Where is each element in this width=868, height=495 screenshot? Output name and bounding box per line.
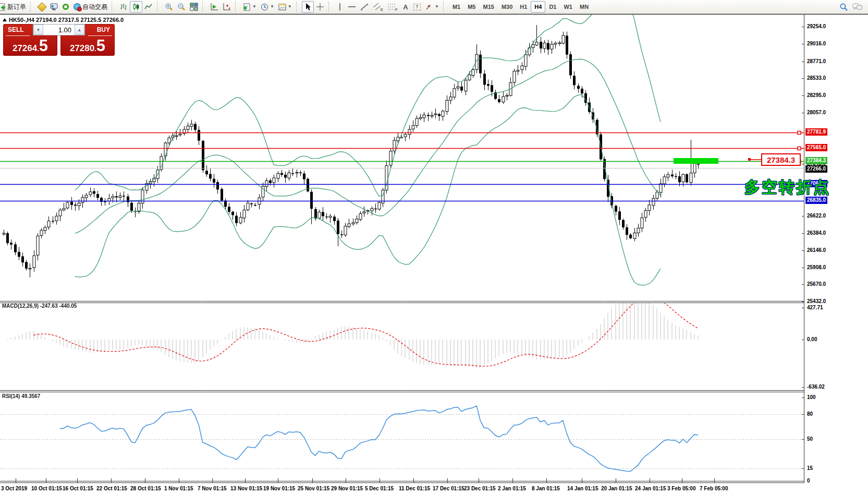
fibonacci-letter: F [395,7,398,12]
volume-increase-button[interactable]: ▲ [75,25,84,35]
time-axis-label: 16 Oct 01:15 [63,486,93,491]
new-order-icon [0,3,6,11]
auto-scroll-button[interactable] [208,1,221,13]
price-axis-tick: 29016.0 [807,41,826,46]
crosshair-icon [316,3,324,11]
macd-axis-tick: 427.71 [807,305,823,310]
horizontal-line-icon [348,4,356,9]
navigator-button[interactable] [60,1,71,13]
timeframe-mn[interactable]: MN [576,1,592,13]
chart-title: HK50-,H4 27194.0 27317.5 27125.5 27266.0 [9,17,124,23]
time-axis-label: 22 Oct 01:15 [96,486,127,491]
buy-price-frac: 5 [96,37,105,55]
sell-price: 27264.5 [3,38,57,54]
text-tool-button[interactable]: A [400,1,411,13]
dropdown-caret: ▼ [288,5,292,9]
price-axis-tick: 26622.0 [807,213,826,219]
rsi-axis-tick: 50 [807,436,813,442]
fibonacci-button[interactable]: F [385,1,400,13]
volume-spinner: ▼ 1.00 ▲ [33,24,85,35]
chat-icon [852,3,863,11]
price-callout-box[interactable]: 27384.3 [761,153,801,166]
text-tool-icon: A [403,3,408,11]
channel-button[interactable]: E [371,1,385,13]
sell-label: SELL [8,26,24,33]
text-label-button[interactable]: T [411,1,423,13]
market-watch-button[interactable] [47,1,60,13]
timeframe-d1[interactable]: D1 [545,1,560,13]
horizontal-line-button[interactable] [346,1,358,13]
vertical-line-button[interactable] [334,1,346,13]
timeframe-m15[interactable]: M15 [479,1,497,13]
timeframe-m5[interactable]: M5 [464,1,479,13]
price-axis-tick: 28057.0 [807,110,826,115]
templates-button[interactable]: ▼ [276,1,294,13]
fibonacci-icon [387,3,396,11]
cursor-button[interactable] [302,1,314,13]
separator [157,2,162,12]
macd-label: MACD(12,26,9) -247.63 -440.05 [2,303,77,309]
chart-canvas[interactable] [0,14,804,483]
time-axis-label: 23 Dec 01:15 [464,486,496,491]
arrows-button[interactable]: ▼ [423,1,441,13]
dropdown-caret: ▼ [252,5,256,9]
time-axis-label: 24 Jan 01:15 [635,486,666,491]
rsi-axis-tick: 0 [807,478,810,484]
line-chart-button[interactable] [142,1,155,13]
one-click-trading-panel: SELL 27264.5 BUY 27280.5 ▼ 1.00 ▲ [3,24,115,56]
crosshair-button[interactable] [314,1,326,13]
timeframe-h4[interactable]: H4 [531,1,545,13]
macd-axis-tick: 0.00 [807,336,817,342]
time-axis-label: 3 Feb 05:00 [667,486,695,491]
chart-shift-icon [223,3,231,11]
chat-button[interactable] [850,1,865,13]
separator [202,2,207,12]
periods-button[interactable]: ▼ [259,1,276,13]
new-order-button[interactable]: 新订单 [0,1,28,13]
time-axis-label: 2 Jan 01:15 [498,486,526,491]
timeframe-m1[interactable]: M1 [449,1,464,13]
price-axis-tick: 25908.0 [807,264,826,270]
channel-letter: E [381,7,383,12]
rsi-axis-tick: 100 [807,394,816,400]
bar-chart-button[interactable] [117,1,130,13]
sell-price-main: 27264 [13,43,37,53]
indicators-button[interactable]: ▼ [241,1,259,13]
turning-point-annotation[interactable]: 多空转折点 [744,177,830,198]
separator [30,2,35,12]
line-chart-icon [144,3,153,11]
dropdown-caret: ▼ [435,5,439,9]
autotrading-icon [74,3,81,10]
separator [296,2,301,12]
chart-title-row: HK50-,H4 27194.0 27317.5 27125.5 27266.0 [3,17,124,23]
search-button[interactable] [837,1,850,13]
profile-icon [37,2,46,11]
price-axis-tick: 25432.0 [807,298,826,304]
text-label-icon: T [413,4,421,10]
navigator-icon [63,4,69,10]
timeframe-w1[interactable]: W1 [560,1,576,13]
candlestick-chart-button[interactable] [130,1,142,13]
timeframe-h1[interactable]: H1 [516,1,531,13]
sell-divider [6,35,30,36]
chart-shift-button[interactable] [221,1,233,13]
trendline-button[interactable] [358,1,371,13]
autotrading-button[interactable]: 自动交易 [71,1,109,13]
volume-decrease-button[interactable]: ▼ [33,25,43,35]
zoom-out-button[interactable] [175,1,188,13]
buy-price: 27280.5 [60,38,115,54]
buy-price-main: 27280 [70,43,94,53]
collapse-triangle-icon[interactable] [3,18,7,21]
trendline-icon [360,3,369,11]
volume-value[interactable]: 1.00 [43,25,75,35]
profile-button[interactable] [36,1,47,13]
zoom-in-button[interactable] [163,1,175,13]
buy-label: BUY [97,26,110,33]
time-axis-label: 1 Nov 01:15 [164,486,193,491]
timeframe-group: M1M5M15M30H1H4D1W1MN [449,1,592,13]
timeframe-m30[interactable]: M30 [498,1,516,13]
cursor-icon [304,3,312,11]
highlight-box[interactable] [674,158,718,164]
tile-windows-button[interactable] [188,1,200,13]
time-axis-label: 10 Oct 01:15 [31,486,62,491]
